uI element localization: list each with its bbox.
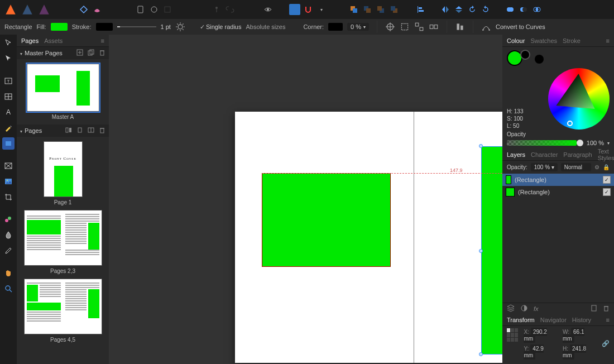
stroke-swatch[interactable] (96, 23, 113, 31)
transform-anchor-picker[interactable] (507, 328, 518, 342)
flip-horizontal-icon[interactable] (440, 4, 451, 15)
pen-tool-icon[interactable] (2, 122, 15, 134)
panel-menu-icon[interactable]: ≡ (606, 37, 610, 44)
delete-layer-icon[interactable] (603, 305, 610, 313)
master-add-icon[interactable] (76, 49, 83, 57)
master-pages-header[interactable]: Master Pages (17, 47, 109, 59)
align-left-icon[interactable] (415, 4, 426, 15)
place-image-tool-icon[interactable] (2, 175, 15, 188)
convert-to-curves-button[interactable]: Convert to Curves (496, 23, 545, 30)
fill-swatch[interactable] (51, 23, 68, 31)
doc-mode-icon[interactable] (135, 4, 146, 15)
tab-transform[interactable]: Transform (507, 317, 535, 323)
artistic-text-tool-icon[interactable]: A (2, 106, 15, 118)
master-delete-icon[interactable] (99, 49, 105, 57)
clip-mask-icon[interactable] (162, 4, 173, 15)
tab-history[interactable]: History (572, 317, 591, 323)
colour-target-fill-stroke[interactable] (507, 50, 530, 66)
layer-visible-checkbox[interactable]: ✓ (603, 188, 611, 196)
snap-shape-icon[interactable] (289, 4, 300, 15)
transform-origin-icon[interactable] (385, 22, 395, 32)
move-tool-icon[interactable] (2, 37, 15, 49)
bool-add-icon[interactable] (505, 4, 516, 15)
pin-icon[interactable] (211, 4, 222, 15)
app-persona-photo-icon[interactable] (20, 2, 35, 17)
corner-type-dropdown[interactable] (328, 23, 343, 31)
tab-character[interactable]: Character (531, 151, 558, 158)
cycle-selection-icon[interactable] (414, 22, 424, 32)
rotate-ccw-icon[interactable] (467, 4, 478, 15)
link-break-icon[interactable] (224, 4, 236, 15)
canvas[interactable]: 147.9 (109, 35, 502, 364)
tab-swatches[interactable]: Swatches (530, 37, 557, 44)
stroke-width-value[interactable]: 1 pt (161, 23, 171, 30)
stroke-settings-gear-icon[interactable] (175, 22, 185, 32)
tab-navigator[interactable]: Navigator (540, 317, 567, 323)
layer-name[interactable]: (Rectangle) (515, 176, 546, 183)
blend-lock-icon[interactable]: 🔒 (603, 164, 610, 170)
table-tool-icon[interactable] (2, 90, 15, 103)
tab-assets[interactable]: Assets (44, 37, 63, 44)
page-thumb-2-3[interactable] (24, 210, 102, 266)
page-thumb-1[interactable]: Front Cover (44, 141, 83, 197)
tab-pages[interactable]: Pages (21, 37, 39, 44)
layer-row-2[interactable]: (Rectangle) ✓ (502, 186, 614, 198)
rotate-cw-icon[interactable] (480, 4, 491, 15)
resize-handle-sw[interactable] (479, 352, 483, 356)
pages-facing-icon[interactable] (65, 127, 72, 135)
app-persona-publisher-icon[interactable] (37, 2, 51, 17)
tab-paragraph[interactable]: Paragraph (563, 151, 592, 158)
preview-eye-icon[interactable] (262, 4, 274, 15)
panel-menu-icon[interactable]: ≡ (606, 317, 610, 323)
blend-options-icon[interactable]: ⚙ (594, 164, 599, 170)
flip-vertical-icon[interactable] (453, 4, 464, 15)
master-page-thumb[interactable] (27, 64, 99, 112)
pages-header[interactable]: Pages (17, 124, 109, 137)
layer-row-1[interactable]: (Rectangle) ✓ (502, 174, 614, 186)
node-tool-icon[interactable] (2, 52, 15, 65)
blend-mode-dropdown[interactable]: Normal (561, 163, 591, 171)
stroke-width-slider[interactable] (117, 26, 156, 27)
layers-opacity-field[interactable]: 100 % ▾ (531, 163, 558, 171)
master-duplicate-icon[interactable] (88, 49, 94, 57)
arrange-front-icon[interactable] (348, 4, 359, 15)
opacity-slider[interactable] (507, 140, 577, 146)
vector-crop-tool-icon[interactable] (2, 191, 15, 203)
layer-visible-checkbox[interactable]: ✓ (603, 176, 611, 184)
snap-dropdown-icon[interactable]: ▾ (316, 4, 327, 15)
rectangle-object-left[interactable] (262, 174, 390, 266)
colour-picker-tool-icon[interactable] (2, 245, 15, 257)
rectangle-tool-icon[interactable] (2, 137, 15, 150)
bool-intersect-icon[interactable] (531, 4, 543, 15)
tab-text-styles[interactable]: Text Styles (598, 148, 614, 161)
colour-wheel[interactable] (548, 68, 610, 130)
snap-magnet-icon[interactable] (303, 4, 314, 15)
pages-spread-icon[interactable] (88, 127, 94, 135)
opacity-value[interactable]: 100 % (587, 140, 604, 146)
text-frame-tool-icon[interactable]: T (2, 75, 15, 87)
single-radius-checkbox[interactable]: Single radius (200, 23, 242, 31)
picture-frame-tool-icon[interactable] (2, 160, 15, 172)
opacity-slider-handle[interactable] (577, 140, 583, 146)
tool-group-shape-icon[interactable] (78, 4, 89, 15)
view-hand-tool-icon[interactable] (2, 267, 15, 279)
tab-colour[interactable]: Colour (507, 37, 525, 44)
tab-layers[interactable]: Layers (507, 151, 525, 158)
layer-fx-icon[interactable]: fx (534, 305, 539, 312)
layers-stack-icon[interactable] (507, 304, 515, 313)
add-layer-icon[interactable] (591, 305, 597, 313)
transparency-tool-icon[interactable] (2, 229, 15, 241)
resize-handle-w[interactable] (479, 249, 483, 253)
resize-handle-nw[interactable] (479, 144, 483, 148)
zoom-tool-icon[interactable] (2, 282, 15, 295)
arrange-back-icon[interactable] (388, 4, 400, 15)
hide-selection-icon[interactable] (400, 22, 410, 32)
corner-percent-field[interactable]: 0 %▾ (347, 23, 369, 31)
alignment-options-icon[interactable] (455, 22, 465, 32)
pages-delete-icon[interactable] (99, 127, 105, 135)
adjustments-icon[interactable] (520, 304, 528, 313)
fill-tool-icon[interactable] (2, 213, 15, 226)
arrange-forward-icon[interactable] (362, 4, 373, 15)
preview-select-icon[interactable] (148, 4, 160, 15)
tab-stroke[interactable]: Stroke (563, 37, 581, 44)
